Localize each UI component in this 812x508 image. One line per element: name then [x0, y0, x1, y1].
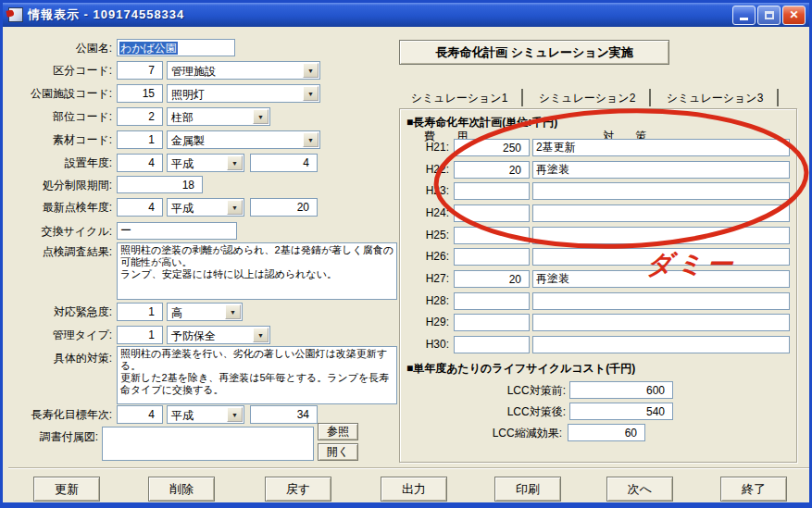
tab-simulation-1[interactable]: シミュレーション1: [399, 88, 519, 108]
browse-button[interactable]: 参照: [318, 423, 358, 440]
chevron-down-icon[interactable]: ▼: [253, 328, 269, 342]
install-year-input[interactable]: [250, 154, 318, 172]
title-bar: 情報表示 - 109174558334 ✕: [3, 3, 809, 27]
tab-simulation-2[interactable]: シミュレーション2: [527, 88, 647, 108]
chevron-down-icon[interactable]: ▼: [303, 63, 319, 78]
management-type-code-input[interactable]: [117, 326, 163, 344]
plan-h27-measure-input[interactable]: [532, 270, 790, 288]
category-select[interactable]: 管理施設 ▼: [167, 61, 320, 80]
part-code-input[interactable]: [117, 107, 163, 126]
longevity-target-year-input[interactable]: [250, 405, 318, 424]
close-button[interactable]: ✕: [782, 6, 806, 25]
part-select[interactable]: 柱部 ▼: [167, 107, 270, 126]
plan-h24-cost-input[interactable]: [454, 204, 530, 222]
plan-h28-cost-input[interactable]: [454, 292, 530, 310]
plan-h25-measure-input[interactable]: [532, 227, 790, 244]
inspection-result-label: 点検調査結果:: [10, 245, 112, 259]
chevron-down-icon[interactable]: ▼: [303, 132, 319, 147]
output-button[interactable]: 出力: [381, 477, 447, 502]
attached-figure-input[interactable]: [102, 427, 314, 461]
plan-h22-label: H22:: [414, 163, 449, 177]
exit-button[interactable]: 終了: [720, 477, 787, 502]
chevron-down-icon[interactable]: ▼: [227, 407, 243, 422]
material-code-label: 素材コード:: [10, 133, 112, 147]
chevron-down-icon[interactable]: ▼: [227, 155, 243, 170]
category-code-input[interactable]: [117, 61, 163, 80]
plan-h30-label: H30:: [414, 338, 449, 352]
management-type-label: 管理タイプ:: [10, 328, 112, 342]
plan-h22-measure-input[interactable]: [532, 161, 790, 179]
chevron-down-icon[interactable]: ▼: [253, 109, 269, 124]
urgency-select[interactable]: 高 ▼: [167, 303, 243, 321]
minimize-icon: [740, 18, 748, 20]
plan-h29-cost-input[interactable]: [454, 314, 530, 331]
revert-button[interactable]: 戻す: [265, 477, 331, 502]
concrete-measure-textarea[interactable]: 照明柱の再塗装を行い、劣化の著しい公園灯は改築更新する。 更新した2基を除き、再…: [117, 346, 397, 404]
install-year-label: 設置年度:: [10, 156, 112, 170]
window-controls: ✕: [731, 6, 806, 25]
plan-h29-measure-input[interactable]: [532, 314, 790, 331]
plan-h26-cost-input[interactable]: [454, 248, 530, 266]
run-simulation-button[interactable]: 長寿命化計画 シミュレーション実施: [399, 40, 669, 65]
lcc-effect-input[interactable]: [568, 424, 645, 441]
latest-inspection-code-input[interactable]: [117, 198, 163, 217]
longevity-target-code-input[interactable]: [117, 405, 163, 424]
latest-inspection-era-value: 平成: [171, 201, 194, 217]
app-icon: [8, 7, 23, 22]
chevron-down-icon[interactable]: ▼: [225, 304, 241, 319]
plan-h28-measure-input[interactable]: [532, 292, 790, 310]
plan-h23-cost-input[interactable]: [454, 182, 530, 200]
plan-h25-cost-input[interactable]: [454, 227, 530, 244]
chevron-down-icon[interactable]: ▼: [227, 200, 243, 215]
facility-code-label: 公園施設コード:: [6, 87, 112, 101]
plan-h21-cost-input[interactable]: [454, 139, 530, 156]
plan-h23-measure-input[interactable]: [532, 182, 790, 200]
minimize-button[interactable]: [732, 6, 756, 25]
plan-h23-label: H23:: [414, 184, 449, 198]
plan-h21-label: H21:: [414, 141, 449, 155]
longevity-target-era-select[interactable]: 平成 ▼: [167, 405, 244, 424]
lcc-after-input[interactable]: [569, 403, 673, 420]
urgency-label: 対応緊急度:: [10, 305, 112, 319]
tab-separator: [777, 89, 779, 106]
facility-select[interactable]: 照明灯 ▼: [167, 84, 320, 103]
lcc-before-input[interactable]: [569, 381, 673, 399]
delete-button[interactable]: 削除: [148, 477, 215, 502]
plan-h22-cost-input[interactable]: [454, 161, 530, 179]
category-code-label: 区分コード:: [10, 64, 112, 78]
tab-simulation-3[interactable]: シミュレーション3: [655, 88, 775, 108]
inspection-result-textarea[interactable]: 照明柱の塗装の剥離が認められ、2基は発錆が著しく腐食の可能性が高い。 ランプ、安…: [117, 242, 397, 300]
maximize-button[interactable]: [757, 6, 781, 25]
urgency-select-value: 高: [171, 305, 182, 321]
plan-h26-measure-input[interactable]: [532, 248, 790, 266]
update-button[interactable]: 更新: [33, 477, 100, 502]
urgency-code-input[interactable]: [117, 303, 163, 321]
attached-figure-label: 調書付属図:: [10, 430, 98, 444]
plan-h24-label: H24:: [414, 206, 449, 220]
latest-inspection-year-input[interactable]: [250, 198, 318, 217]
plan-h21-measure-input[interactable]: [532, 139, 790, 156]
facility-select-value: 照明灯: [171, 87, 205, 103]
disposal-period-input[interactable]: [117, 176, 203, 193]
park-name-label: 公園名:: [10, 42, 112, 56]
facility-code-input[interactable]: [117, 84, 163, 103]
open-button[interactable]: 開く: [318, 443, 358, 461]
material-code-input[interactable]: [117, 130, 163, 149]
plan-h30-measure-input[interactable]: [532, 336, 790, 353]
park-name-input[interactable]: わかば公園: [117, 39, 235, 56]
next-button[interactable]: 次へ: [606, 477, 673, 502]
tab-separator: [521, 89, 523, 106]
print-button[interactable]: 印刷: [494, 477, 561, 502]
management-type-select[interactable]: 予防保全 ▼: [167, 326, 270, 344]
replace-cycle-input[interactable]: [117, 222, 237, 240]
latest-inspection-era-select[interactable]: 平成 ▼: [167, 198, 244, 217]
plan-h27-cost-input[interactable]: [454, 270, 530, 288]
plan-h30-cost-input[interactable]: [454, 336, 530, 353]
plan-h25-label: H25:: [414, 229, 449, 242]
material-select[interactable]: 金属製 ▼: [167, 130, 320, 149]
install-era-select[interactable]: 平成 ▼: [167, 154, 244, 172]
plan-h24-measure-input[interactable]: [532, 204, 790, 222]
chevron-down-icon[interactable]: ▼: [303, 86, 319, 101]
part-select-value: 柱部: [171, 110, 194, 126]
install-year-code-input[interactable]: [117, 154, 163, 172]
